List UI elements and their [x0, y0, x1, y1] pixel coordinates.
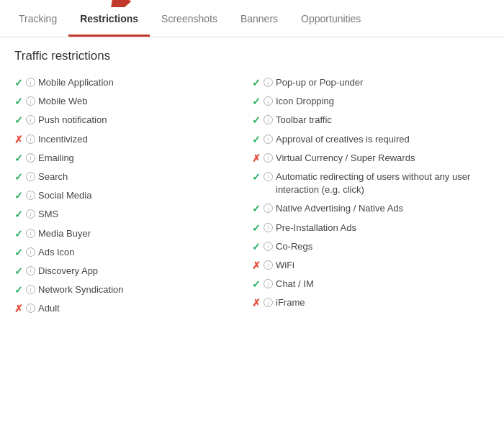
list-item: ✗iWiFi: [252, 256, 490, 275]
tab-opportunities[interactable]: Opportunities: [289, 0, 372, 37]
item-label: Toolbar traffic: [276, 114, 490, 127]
item-label: Media Buyer: [38, 227, 252, 240]
info-icon[interactable]: i: [264, 78, 273, 87]
list-item: ✗iAdult: [14, 299, 252, 318]
list-item: ✓iSocial Media: [14, 186, 252, 205]
check-icon: ✓: [252, 77, 261, 88]
item-label: Pre-Installation Ads: [276, 222, 490, 234]
item-label: Virtual Currency / Super Rewards: [276, 152, 490, 165]
check-icon: ✓: [14, 284, 23, 296]
info-icon[interactable]: i: [264, 172, 273, 181]
tab-screenshots[interactable]: Screenshots: [150, 0, 229, 37]
info-icon[interactable]: i: [264, 260, 273, 270]
item-label: Automatic redirecting of users without a…: [276, 170, 490, 196]
item-label: Native Advertising / Native Ads: [276, 202, 490, 215]
cross-icon: ✗: [14, 303, 23, 314]
list-item: ✓iPop-up or Pop-under: [252, 73, 490, 92]
list-item: ✓iMobile Web: [14, 92, 252, 111]
content-area: Traffic restrictions ✓iMobile Applicatio…: [0, 37, 504, 329]
info-icon[interactable]: i: [26, 115, 35, 124]
check-icon: ✓: [14, 96, 23, 107]
tab-banners[interactable]: Banners: [229, 0, 289, 37]
list-item: ✓iMobile Application: [14, 73, 252, 92]
item-label: Network Syndication: [38, 283, 252, 296]
check-icon: ✓: [252, 278, 261, 290]
item-label: Social Media: [38, 189, 252, 202]
check-icon: ✓: [252, 203, 261, 214]
list-item: ✗iIncentivized: [14, 130, 252, 149]
list-item: ✓iPush notification: [14, 111, 252, 129]
cross-icon: ✗: [252, 260, 261, 271]
info-icon[interactable]: i: [264, 279, 273, 288]
info-icon[interactable]: i: [26, 96, 35, 106]
list-item: ✓iMedia Buyer: [14, 224, 252, 243]
check-icon: ✓: [252, 134, 261, 145]
check-icon: ✓: [14, 77, 23, 88]
info-icon[interactable]: i: [264, 242, 273, 251]
info-icon[interactable]: i: [264, 223, 273, 232]
list-item: ✗iVirtual Currency / Super Rewards: [252, 149, 490, 168]
info-icon[interactable]: i: [264, 298, 273, 307]
info-icon[interactable]: i: [264, 153, 273, 163]
list-item: ✓iSearch: [14, 168, 252, 186]
tab-tracking[interactable]: Tracking: [7, 0, 68, 37]
cross-icon: ✗: [14, 134, 23, 145]
check-icon: ✓: [14, 114, 23, 126]
item-label: Ads Icon: [38, 246, 252, 259]
item-label: WiFi: [276, 259, 490, 272]
info-icon[interactable]: i: [26, 266, 35, 275]
info-icon[interactable]: i: [264, 204, 273, 213]
check-icon: ✓: [14, 247, 23, 258]
tab-restrictions[interactable]: Restrictions: [68, 0, 150, 37]
list-item: ✓iIcon Dropping: [252, 92, 490, 111]
info-icon[interactable]: i: [26, 134, 35, 144]
info-icon[interactable]: i: [26, 247, 35, 257]
item-label: Approval of creatives is required: [276, 133, 490, 146]
list-item: ✓iApproval of creatives is required: [252, 130, 490, 149]
info-icon[interactable]: i: [264, 96, 273, 106]
info-icon[interactable]: i: [26, 229, 35, 238]
info-icon[interactable]: i: [264, 134, 273, 144]
check-icon: ✓: [14, 171, 23, 183]
tabs-bar: Tracking Restrictions Screenshots Banner…: [0, 0, 504, 37]
list-item: ✓iPre-Installation Ads: [252, 219, 490, 237]
item-label: iFrame: [276, 296, 490, 309]
list-item: ✓iEmailing: [14, 149, 252, 168]
section-title: Traffic restrictions: [14, 49, 490, 63]
check-icon: ✓: [252, 241, 261, 252]
item-label: Emailing: [38, 152, 252, 165]
item-label: Mobile Web: [38, 95, 252, 108]
list-item: ✓iDiscovery App: [14, 262, 252, 280]
list-item: ✓iNative Advertising / Native Ads: [252, 199, 490, 218]
item-label: Icon Dropping: [276, 95, 490, 108]
item-label: Mobile Application: [38, 76, 252, 89]
check-icon: ✓: [252, 96, 261, 107]
check-icon: ✓: [14, 190, 23, 201]
info-icon[interactable]: i: [26, 191, 35, 200]
item-label: Incentivized: [38, 133, 252, 146]
item-label: SMS: [38, 208, 252, 221]
item-label: Discovery App: [38, 265, 252, 278]
check-icon: ✓: [252, 114, 261, 126]
list-item: ✓iToolbar traffic: [252, 111, 490, 129]
info-icon[interactable]: i: [26, 172, 35, 181]
list-item: ✗iiFrame: [252, 293, 490, 312]
check-icon: ✓: [14, 152, 23, 164]
info-icon[interactable]: i: [264, 115, 273, 124]
check-icon: ✓: [252, 222, 261, 234]
info-icon[interactable]: i: [26, 209, 35, 219]
info-icon[interactable]: i: [26, 78, 35, 87]
info-icon[interactable]: i: [26, 153, 35, 163]
left-column: ✓iMobile Application✓iMobile Web✓iPush n…: [14, 73, 252, 318]
list-item: ✓iChat / IM: [252, 275, 490, 293]
item-label: Push notification: [38, 114, 252, 127]
item-label: Pop-up or Pop-under: [276, 76, 490, 89]
info-icon[interactable]: i: [26, 304, 35, 313]
right-column: ✓iPop-up or Pop-under✓iIcon Dropping✓iTo…: [252, 73, 490, 318]
cross-icon: ✗: [252, 152, 261, 164]
info-icon[interactable]: i: [26, 285, 35, 294]
item-label: Co-Regs: [276, 240, 490, 253]
list-item: ✓iSMS: [14, 205, 252, 224]
list-item: ✓iCo-Regs: [252, 237, 490, 256]
cross-icon: ✗: [252, 297, 261, 309]
